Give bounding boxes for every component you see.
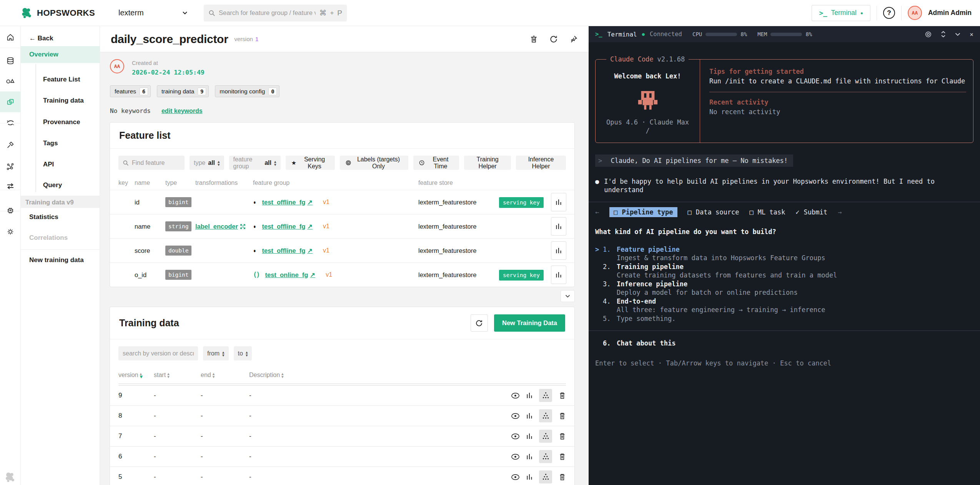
pin-button[interactable]: [569, 35, 578, 44]
rail-feature-view-button[interactable]: [0, 91, 20, 112]
delete-button[interactable]: [559, 453, 566, 461]
find-feature-input[interactable]: [132, 159, 180, 166]
sort-description[interactable]: Description ▴▾: [249, 372, 482, 379]
rail-shapes-button[interactable]: [0, 71, 20, 91]
type-badge: string: [165, 221, 191, 231]
rail-settings-button[interactable]: [0, 221, 20, 242]
to-filter[interactable]: to ▴▾: [234, 346, 252, 360]
step-data-source[interactable]: □ Data source: [688, 208, 739, 216]
transformation-link[interactable]: label_encoder: [195, 223, 246, 230]
labels-only-button[interactable]: Labels (targets) Only: [340, 156, 408, 170]
statistics-button[interactable]: [526, 392, 532, 399]
sidebar-item-tags[interactable]: Tags: [43, 140, 58, 147]
feature-group-link[interactable]: test_online_fg ↗: [265, 271, 315, 279]
hopsworks-logo[interactable]: HOPSWORKS: [0, 7, 100, 20]
step-pipeline-type[interactable]: □ Pipeline type: [609, 207, 677, 217]
preview-button[interactable]: [511, 474, 520, 480]
help-button[interactable]: ?: [883, 7, 895, 19]
delete-button[interactable]: [559, 432, 566, 440]
statistics-button[interactable]: [526, 433, 532, 440]
sidebar-item-training-data[interactable]: Training data: [43, 97, 84, 105]
rail-graph-button[interactable]: [0, 156, 20, 177]
feature-statistics-button[interactable]: [551, 193, 566, 211]
user-avatar[interactable]: AA: [908, 6, 922, 20]
rail-curves-button[interactable]: [0, 112, 20, 133]
feature-group-link[interactable]: test_offline_fg ↗: [262, 247, 313, 254]
rail-swap-button[interactable]: [0, 176, 20, 196]
steps-right-arrow[interactable]: →: [838, 208, 842, 216]
terminal-toggle-button[interactable]: >_ Terminal ●: [812, 5, 870, 21]
terminal-close-button[interactable]: ×: [970, 31, 973, 38]
event-time-button[interactable]: Event Time: [413, 156, 459, 170]
option-inference-pipeline[interactable]: 3. Inference pipeline Deploy a model for…: [595, 280, 973, 297]
preview-button[interactable]: [511, 392, 520, 399]
rail-hammer-button[interactable]: [0, 135, 20, 155]
find-feature-search[interactable]: [118, 156, 185, 170]
sidebar-item-correlations[interactable]: Correlations: [29, 234, 68, 242]
option-chat-about-this[interactable]: 6. Chat about this: [595, 339, 973, 347]
feature-statistics-button[interactable]: [551, 241, 566, 260]
delete-button[interactable]: [559, 473, 566, 481]
step-ml-task[interactable]: □ ML task: [749, 208, 785, 216]
new-training-data-button[interactable]: New Training Data: [494, 314, 565, 332]
cpu-meter: CPU 8%: [692, 31, 747, 37]
sort-version[interactable]: version ▴▾: [118, 372, 154, 379]
training-search-input[interactable]: [123, 350, 194, 357]
edit-keywords-link[interactable]: edit keywords: [161, 108, 203, 115]
sidebar-item-new-training-data[interactable]: New training data: [29, 256, 84, 264]
from-filter[interactable]: from ▴▾: [203, 346, 229, 360]
preview-button[interactable]: [511, 433, 520, 440]
feature-statistics-button[interactable]: [551, 217, 566, 236]
global-search[interactable]: ⌘ + P: [204, 5, 347, 22]
sidebar-item-feature-list[interactable]: Feature List: [43, 76, 80, 83]
statistics-button[interactable]: [526, 453, 532, 460]
sidebar-item-overview[interactable]: Overview: [29, 51, 58, 58]
rail-database-button[interactable]: [0, 50, 20, 71]
feature-statistics-button[interactable]: [551, 266, 566, 284]
rail-chip-button[interactable]: [0, 200, 20, 221]
option-end-to-end[interactable]: 4. End-to-end All three: feature enginee…: [595, 297, 973, 314]
statistics-button[interactable]: [526, 412, 532, 419]
delete-button[interactable]: [559, 412, 566, 420]
terminal-minimize-button[interactable]: [955, 33, 960, 36]
provenance-button[interactable]: [539, 409, 552, 422]
preview-button[interactable]: [511, 413, 520, 419]
terminal-settings-button[interactable]: [925, 31, 932, 38]
provenance-button[interactable]: [539, 470, 552, 483]
option-type-something[interactable]: 5. Type something.: [595, 314, 973, 323]
refresh-training-data-button[interactable]: [471, 314, 488, 332]
feature-group-link[interactable]: test_offline_fg ↗: [262, 223, 313, 230]
feature-group-filter[interactable]: feature group all ▴▾: [229, 156, 281, 170]
training-helper-button[interactable]: Training Helper: [464, 156, 511, 170]
option-training-pipeline[interactable]: 2. Training pipeline Create training dat…: [595, 262, 973, 280]
statistics-button[interactable]: [526, 473, 532, 480]
steps-left-arrow[interactable]: ←: [595, 208, 599, 216]
type-filter[interactable]: type all ▴▾: [190, 156, 224, 170]
delete-button[interactable]: [529, 35, 538, 44]
sidebar-item-statistics[interactable]: Statistics: [29, 213, 58, 221]
delete-button[interactable]: [559, 392, 566, 400]
sort-end[interactable]: end ▴▾: [201, 372, 249, 379]
sidebar-item-provenance[interactable]: Provenance: [43, 118, 80, 126]
provenance-button[interactable]: [539, 389, 552, 402]
rail-home-button[interactable]: [0, 27, 20, 48]
sort-start[interactable]: start ▴▾: [154, 372, 201, 379]
step-submit[interactable]: ✓ Submit: [795, 208, 827, 216]
training-search[interactable]: [118, 346, 198, 360]
refresh-button[interactable]: [549, 35, 558, 44]
preview-button[interactable]: [511, 453, 520, 460]
expand-feature-list-button[interactable]: [561, 290, 575, 302]
sidebar-item-api[interactable]: API: [43, 161, 54, 168]
terminal-expand-button[interactable]: [941, 31, 946, 38]
sidebar-item-query[interactable]: Query: [43, 181, 62, 189]
serving-keys-button[interactable]: ★ Serving Keys: [286, 156, 335, 170]
option-feature-pipeline[interactable]: > 1. Feature pipeline Ingest & transform…: [595, 245, 973, 262]
project-selector[interactable]: lexterm: [118, 8, 188, 17]
global-search-input[interactable]: [219, 9, 316, 17]
created-at-value[interactable]: 2026-02-24 12:05:49: [132, 69, 205, 76]
provenance-button[interactable]: [539, 450, 552, 463]
back-button[interactable]: ← Back: [29, 35, 53, 42]
feature-group-link[interactable]: test_offline_fg ↗: [262, 199, 313, 206]
provenance-button[interactable]: [539, 430, 552, 443]
inference-helper-button[interactable]: Inference Helper: [516, 156, 566, 170]
